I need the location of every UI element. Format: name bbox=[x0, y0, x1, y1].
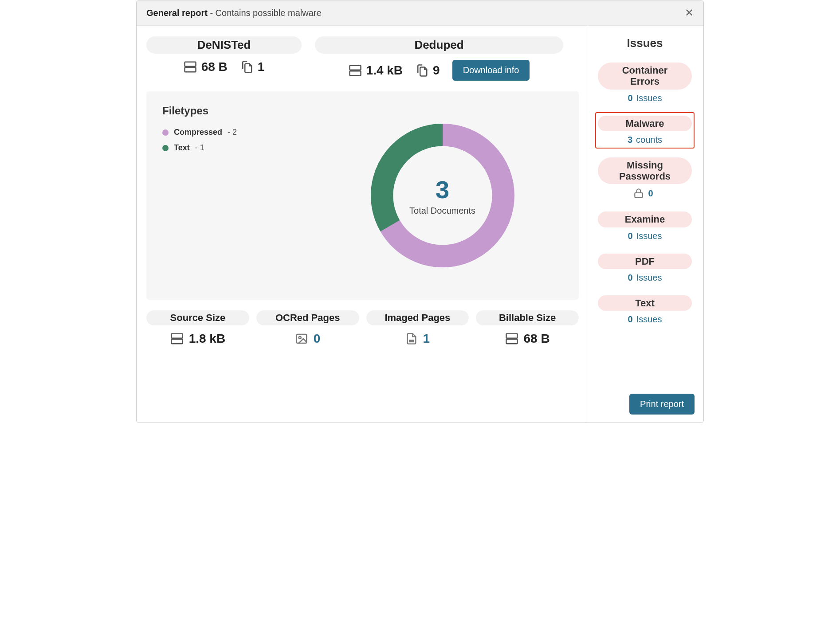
legend-item: Text - 1 bbox=[162, 143, 304, 153]
issues-sidebar: Issues ContainerErrors 0 Issues Malware … bbox=[586, 26, 703, 423]
dialog-title-bold: General report bbox=[146, 8, 208, 18]
issue-block[interactable]: Malware 3 counts bbox=[595, 112, 695, 149]
print-report-button[interactable]: Print report bbox=[629, 394, 695, 415]
issue-block[interactable]: ContainerErrors 0 Issues bbox=[595, 59, 695, 107]
bottom-stat-value-row: 1.8 kB bbox=[146, 332, 249, 346]
top-stats-row: DeNISTed 68 B 1 bbox=[146, 36, 579, 81]
bottom-stats-row: Source Size 1.8 kB OCRed Pages 0 Imaged … bbox=[146, 310, 579, 346]
deduped-size-group: 1.4 kB bbox=[349, 63, 403, 78]
bottom-stat-value: 68 B bbox=[524, 332, 550, 346]
svg-rect-10 bbox=[171, 334, 182, 338]
bottom-stat-value: 1.8 kB bbox=[189, 332, 226, 346]
bottom-stat-value: 1 bbox=[423, 332, 430, 346]
issue-value-row: 3 counts bbox=[598, 135, 692, 145]
issue-value-row: 0 Issues bbox=[598, 314, 692, 325]
issue-count: 0 bbox=[648, 188, 653, 199]
issue-label: Text bbox=[598, 295, 692, 311]
issue-value-row: 0 Issues bbox=[598, 231, 692, 241]
issue-count: 3 bbox=[628, 135, 632, 145]
files-icon bbox=[415, 64, 428, 77]
issue-label: Malware bbox=[598, 116, 692, 131]
issue-count: 0 bbox=[628, 93, 633, 103]
filetypes-legend: Filetypes Compressed - 2 Text - 1 bbox=[162, 105, 304, 286]
issue-label: Examine bbox=[598, 211, 692, 227]
deduped-values: 1.4 kB 9 Download info bbox=[315, 60, 563, 81]
issue-label: PDF bbox=[598, 254, 692, 269]
donut-chart: 3 Total Documents bbox=[363, 116, 522, 275]
legend-dot bbox=[162, 129, 169, 136]
donut-label: Total Documents bbox=[409, 206, 475, 216]
deduped-files-group: 9 bbox=[415, 63, 440, 78]
bottom-stat-label: OCRed Pages bbox=[256, 310, 359, 325]
bottom-stat-label: Source Size bbox=[146, 310, 249, 325]
denisted-values: 68 B 1 bbox=[146, 60, 302, 74]
bottom-stat-label: Billable Size bbox=[476, 310, 579, 325]
issue-count: 0 bbox=[628, 273, 633, 283]
denisted-files-group: 1 bbox=[240, 60, 265, 74]
svg-rect-11 bbox=[171, 339, 182, 344]
issue-unit: counts bbox=[636, 135, 662, 145]
issue-count: 0 bbox=[628, 314, 633, 325]
server-icon bbox=[349, 64, 362, 77]
issue-block[interactable]: Text 0 Issues bbox=[595, 292, 695, 328]
close-icon[interactable]: ✕ bbox=[685, 7, 694, 19]
issue-block[interactable]: Examine 0 Issues bbox=[595, 208, 695, 244]
svg-rect-0 bbox=[184, 62, 196, 67]
svg-point-15 bbox=[299, 336, 301, 339]
legend-dot bbox=[162, 145, 169, 151]
dialog-header: General report - Contains possible malwa… bbox=[137, 0, 703, 26]
svg-rect-17 bbox=[506, 334, 517, 338]
deduped-card: Deduped 1.4 kB 9 Download info bbox=[315, 36, 563, 81]
donut-center: 3 Total Documents bbox=[409, 175, 475, 216]
issue-unit: Issues bbox=[636, 93, 662, 103]
server-icon bbox=[505, 332, 518, 345]
sidebar-footer: Print report bbox=[595, 394, 695, 415]
issue-label: MissingPasswords bbox=[598, 157, 692, 184]
svg-rect-5 bbox=[349, 71, 361, 75]
filetypes-panel: Filetypes Compressed - 2 Text - 1 3 Tota… bbox=[146, 91, 579, 300]
denisted-files: 1 bbox=[258, 60, 265, 74]
pdf-icon bbox=[405, 332, 418, 345]
legend-name: Text bbox=[174, 143, 190, 153]
issue-value-row: 0 Issues bbox=[598, 273, 692, 283]
bottom-stat-card: Source Size 1.8 kB bbox=[146, 310, 249, 346]
server-icon bbox=[184, 60, 197, 74]
issue-value-row: 0 Issues bbox=[598, 93, 692, 103]
issue-block[interactable]: MissingPasswords 0 bbox=[595, 154, 695, 203]
deduped-label: Deduped bbox=[315, 36, 563, 54]
issue-block[interactable]: PDF 0 Issues bbox=[595, 250, 695, 286]
bottom-stat-value: 0 bbox=[314, 332, 321, 346]
svg-rect-4 bbox=[349, 65, 361, 70]
issues-title: Issues bbox=[595, 36, 695, 50]
bottom-stat-value-row: 0 bbox=[256, 332, 359, 346]
legend-count: - 1 bbox=[195, 143, 204, 153]
download-info-button[interactable]: Download info bbox=[452, 60, 530, 81]
dialog-body: DeNISTed 68 B 1 bbox=[137, 26, 703, 423]
issue-count: 0 bbox=[628, 231, 633, 241]
svg-rect-21 bbox=[635, 193, 643, 198]
issue-unit: Issues bbox=[636, 314, 662, 325]
denisted-label: DeNISTed bbox=[146, 36, 302, 54]
svg-rect-16 bbox=[409, 340, 414, 342]
filetypes-title: Filetypes bbox=[162, 105, 304, 117]
svg-rect-14 bbox=[297, 334, 307, 343]
files-icon bbox=[240, 60, 253, 74]
dialog-title-rest: - Contains possible malware bbox=[208, 8, 322, 18]
denisted-card: DeNISTed 68 B 1 bbox=[146, 36, 302, 81]
denisted-size: 68 B bbox=[201, 60, 228, 74]
issue-unit: Issues bbox=[636, 273, 662, 283]
image-icon bbox=[295, 332, 308, 345]
filetypes-chart-area: 3 Total Documents bbox=[322, 105, 563, 286]
issue-label: ContainerErrors bbox=[598, 63, 692, 90]
bottom-stat-value-row: 68 B bbox=[476, 332, 579, 346]
donut-total: 3 bbox=[409, 175, 475, 204]
denisted-size-group: 68 B bbox=[184, 60, 228, 74]
svg-rect-18 bbox=[506, 339, 517, 344]
server-icon bbox=[170, 332, 184, 345]
issue-value-row: 0 bbox=[598, 188, 692, 199]
bottom-stat-card: OCRed Pages 0 bbox=[256, 310, 359, 346]
bottom-stat-card: Billable Size 68 B bbox=[476, 310, 579, 346]
deduped-files: 9 bbox=[433, 63, 440, 78]
dialog-title: General report - Contains possible malwa… bbox=[146, 8, 322, 18]
lock-icon bbox=[633, 188, 644, 199]
